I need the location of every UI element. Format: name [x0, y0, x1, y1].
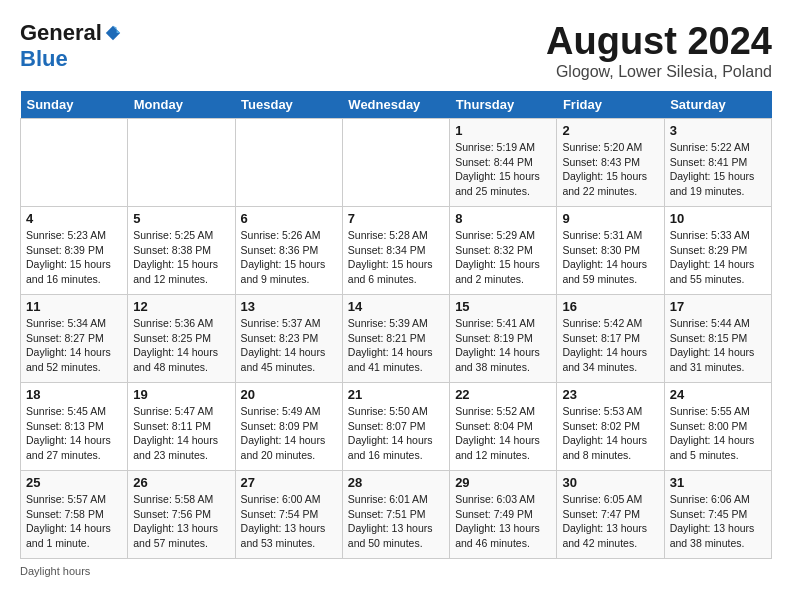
- day-number: 15: [455, 299, 551, 314]
- day-number: 2: [562, 123, 658, 138]
- logo-blue-text: Blue: [20, 46, 68, 72]
- table-cell: 26Sunrise: 5:58 AM Sunset: 7:56 PM Dayli…: [128, 471, 235, 559]
- day-number: 25: [26, 475, 122, 490]
- cell-info: Sunrise: 5:31 AM Sunset: 8:30 PM Dayligh…: [562, 228, 658, 287]
- table-cell: 13Sunrise: 5:37 AM Sunset: 8:23 PM Dayli…: [235, 295, 342, 383]
- table-cell: 2Sunrise: 5:20 AM Sunset: 8:43 PM Daylig…: [557, 119, 664, 207]
- page-header: General Blue August 2024 Glogow, Lower S…: [20, 20, 772, 81]
- week-row-4: 18Sunrise: 5:45 AM Sunset: 8:13 PM Dayli…: [21, 383, 772, 471]
- table-cell: [342, 119, 449, 207]
- table-cell: 12Sunrise: 5:36 AM Sunset: 8:25 PM Dayli…: [128, 295, 235, 383]
- day-number: 18: [26, 387, 122, 402]
- cell-info: Sunrise: 5:45 AM Sunset: 8:13 PM Dayligh…: [26, 404, 122, 463]
- day-number: 7: [348, 211, 444, 226]
- table-cell: 6Sunrise: 5:26 AM Sunset: 8:36 PM Daylig…: [235, 207, 342, 295]
- table-cell: 19Sunrise: 5:47 AM Sunset: 8:11 PM Dayli…: [128, 383, 235, 471]
- day-number: 8: [455, 211, 551, 226]
- day-number: 11: [26, 299, 122, 314]
- cell-info: Sunrise: 5:23 AM Sunset: 8:39 PM Dayligh…: [26, 228, 122, 287]
- table-cell: 9Sunrise: 5:31 AM Sunset: 8:30 PM Daylig…: [557, 207, 664, 295]
- day-number: 20: [241, 387, 337, 402]
- table-cell: 5Sunrise: 5:25 AM Sunset: 8:38 PM Daylig…: [128, 207, 235, 295]
- cell-info: Sunrise: 5:37 AM Sunset: 8:23 PM Dayligh…: [241, 316, 337, 375]
- day-number: 30: [562, 475, 658, 490]
- table-cell: 11Sunrise: 5:34 AM Sunset: 8:27 PM Dayli…: [21, 295, 128, 383]
- day-number: 14: [348, 299, 444, 314]
- day-number: 29: [455, 475, 551, 490]
- week-row-2: 4Sunrise: 5:23 AM Sunset: 8:39 PM Daylig…: [21, 207, 772, 295]
- cell-info: Sunrise: 5:34 AM Sunset: 8:27 PM Dayligh…: [26, 316, 122, 375]
- day-number: 23: [562, 387, 658, 402]
- day-number: 22: [455, 387, 551, 402]
- cell-info: Sunrise: 5:55 AM Sunset: 8:00 PM Dayligh…: [670, 404, 766, 463]
- table-cell: 25Sunrise: 5:57 AM Sunset: 7:58 PM Dayli…: [21, 471, 128, 559]
- cell-info: Sunrise: 6:00 AM Sunset: 7:54 PM Dayligh…: [241, 492, 337, 551]
- header-tuesday: Tuesday: [235, 91, 342, 119]
- cell-info: Sunrise: 5:47 AM Sunset: 8:11 PM Dayligh…: [133, 404, 229, 463]
- cell-info: Sunrise: 5:28 AM Sunset: 8:34 PM Dayligh…: [348, 228, 444, 287]
- cell-info: Sunrise: 6:01 AM Sunset: 7:51 PM Dayligh…: [348, 492, 444, 551]
- cell-info: Sunrise: 5:57 AM Sunset: 7:58 PM Dayligh…: [26, 492, 122, 551]
- calendar-table: SundayMondayTuesdayWednesdayThursdayFrid…: [20, 91, 772, 559]
- day-number: 10: [670, 211, 766, 226]
- day-number: 19: [133, 387, 229, 402]
- table-cell: 3Sunrise: 5:22 AM Sunset: 8:41 PM Daylig…: [664, 119, 771, 207]
- day-number: 31: [670, 475, 766, 490]
- table-cell: 8Sunrise: 5:29 AM Sunset: 8:32 PM Daylig…: [450, 207, 557, 295]
- cell-info: Sunrise: 5:44 AM Sunset: 8:15 PM Dayligh…: [670, 316, 766, 375]
- day-number: 16: [562, 299, 658, 314]
- table-cell: [21, 119, 128, 207]
- table-cell: 16Sunrise: 5:42 AM Sunset: 8:17 PM Dayli…: [557, 295, 664, 383]
- week-row-3: 11Sunrise: 5:34 AM Sunset: 8:27 PM Dayli…: [21, 295, 772, 383]
- cell-info: Sunrise: 6:06 AM Sunset: 7:45 PM Dayligh…: [670, 492, 766, 551]
- header-friday: Friday: [557, 91, 664, 119]
- day-number: 6: [241, 211, 337, 226]
- logo-icon: [104, 24, 122, 42]
- cell-info: Sunrise: 5:52 AM Sunset: 8:04 PM Dayligh…: [455, 404, 551, 463]
- day-number: 27: [241, 475, 337, 490]
- cell-info: Sunrise: 6:05 AM Sunset: 7:47 PM Dayligh…: [562, 492, 658, 551]
- day-number: 17: [670, 299, 766, 314]
- cell-info: Sunrise: 5:33 AM Sunset: 8:29 PM Dayligh…: [670, 228, 766, 287]
- header-row: SundayMondayTuesdayWednesdayThursdayFrid…: [21, 91, 772, 119]
- table-cell: 24Sunrise: 5:55 AM Sunset: 8:00 PM Dayli…: [664, 383, 771, 471]
- cell-info: Sunrise: 5:36 AM Sunset: 8:25 PM Dayligh…: [133, 316, 229, 375]
- cell-info: Sunrise: 5:29 AM Sunset: 8:32 PM Dayligh…: [455, 228, 551, 287]
- month-title: August 2024: [546, 20, 772, 63]
- day-number: 1: [455, 123, 551, 138]
- header-wednesday: Wednesday: [342, 91, 449, 119]
- cell-info: Sunrise: 5:41 AM Sunset: 8:19 PM Dayligh…: [455, 316, 551, 375]
- table-cell: 14Sunrise: 5:39 AM Sunset: 8:21 PM Dayli…: [342, 295, 449, 383]
- header-sunday: Sunday: [21, 91, 128, 119]
- day-number: 28: [348, 475, 444, 490]
- table-cell: [128, 119, 235, 207]
- table-cell: 21Sunrise: 5:50 AM Sunset: 8:07 PM Dayli…: [342, 383, 449, 471]
- location: Glogow, Lower Silesia, Poland: [546, 63, 772, 81]
- footer-note: Daylight hours: [20, 565, 772, 577]
- cell-info: Sunrise: 5:26 AM Sunset: 8:36 PM Dayligh…: [241, 228, 337, 287]
- table-cell: 17Sunrise: 5:44 AM Sunset: 8:15 PM Dayli…: [664, 295, 771, 383]
- week-row-5: 25Sunrise: 5:57 AM Sunset: 7:58 PM Dayli…: [21, 471, 772, 559]
- cell-info: Sunrise: 5:25 AM Sunset: 8:38 PM Dayligh…: [133, 228, 229, 287]
- table-cell: 28Sunrise: 6:01 AM Sunset: 7:51 PM Dayli…: [342, 471, 449, 559]
- cell-info: Sunrise: 5:49 AM Sunset: 8:09 PM Dayligh…: [241, 404, 337, 463]
- header-saturday: Saturday: [664, 91, 771, 119]
- day-number: 5: [133, 211, 229, 226]
- table-cell: 1Sunrise: 5:19 AM Sunset: 8:44 PM Daylig…: [450, 119, 557, 207]
- table-cell: 10Sunrise: 5:33 AM Sunset: 8:29 PM Dayli…: [664, 207, 771, 295]
- table-cell: 30Sunrise: 6:05 AM Sunset: 7:47 PM Dayli…: [557, 471, 664, 559]
- cell-info: Sunrise: 5:53 AM Sunset: 8:02 PM Dayligh…: [562, 404, 658, 463]
- table-cell: 29Sunrise: 6:03 AM Sunset: 7:49 PM Dayli…: [450, 471, 557, 559]
- day-number: 4: [26, 211, 122, 226]
- cell-info: Sunrise: 5:50 AM Sunset: 8:07 PM Dayligh…: [348, 404, 444, 463]
- day-number: 9: [562, 211, 658, 226]
- day-number: 21: [348, 387, 444, 402]
- day-number: 12: [133, 299, 229, 314]
- cell-info: Sunrise: 5:19 AM Sunset: 8:44 PM Dayligh…: [455, 140, 551, 199]
- cell-info: Sunrise: 5:42 AM Sunset: 8:17 PM Dayligh…: [562, 316, 658, 375]
- header-thursday: Thursday: [450, 91, 557, 119]
- table-cell: 18Sunrise: 5:45 AM Sunset: 8:13 PM Dayli…: [21, 383, 128, 471]
- table-cell: 27Sunrise: 6:00 AM Sunset: 7:54 PM Dayli…: [235, 471, 342, 559]
- logo-general-text: General: [20, 20, 102, 46]
- logo: General Blue: [20, 20, 122, 72]
